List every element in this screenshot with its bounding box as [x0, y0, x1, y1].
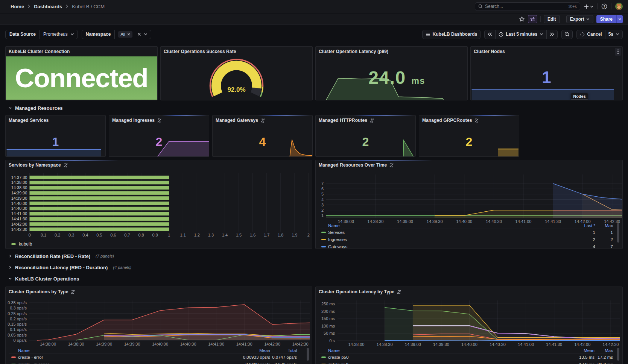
legend-swatch: [321, 239, 326, 240]
star-icon[interactable]: [519, 16, 525, 22]
search-icon: [478, 4, 483, 9]
legend-table: NameMeanTotalcreate - error0.00933 ops/s…: [9, 347, 297, 364]
svg-text:14:42:00: 14:42:00: [574, 342, 590, 347]
search-input[interactable]: Search... ⌘+k: [475, 2, 580, 11]
resources_over_time-chart[interactable]: 123456714:38:0014:38:3014:39:0014:39:301…: [316, 170, 622, 224]
svg-text:14:38:30: 14:38:30: [377, 342, 393, 347]
legend-header-name[interactable]: Name: [319, 223, 471, 228]
section-cluster-operations[interactable]: KubeLB Cluster Operations: [0, 274, 628, 284]
panel-services-by-namespace-header[interactable]: Services by Namespace: [6, 160, 312, 170]
section-panel-count: (7 panels): [96, 254, 114, 258]
section-title: Reconciliation Rate (RED - Rate): [15, 253, 90, 259]
legend-series-name[interactable]: create - error: [9, 355, 146, 359]
svg-text:0.15 ops/s: 0.15 ops/s: [8, 322, 27, 326]
clear-icon[interactable]: [137, 32, 141, 36]
panel-managed-services: Managed Services1: [5, 115, 106, 157]
share-dropdown-button[interactable]: [616, 15, 623, 23]
panel-managed-ingresses-header[interactable]: Managed Ingresses: [109, 115, 209, 125]
legend-header-col1[interactable]: Mean: [470, 348, 595, 353]
services-by-namespace-chart[interactable]: 14:37:3014:38:0014:38:3014:39:0014:39:30…: [6, 170, 312, 238]
toggle-view-button[interactable]: [528, 15, 537, 23]
add-button[interactable]: [584, 4, 593, 9]
time-range-label: Last 5 minutes: [506, 32, 537, 37]
legend-header-name[interactable]: Name: [319, 348, 470, 353]
legend-header-name[interactable]: Name: [9, 348, 146, 353]
svg-text:14:40:00: 14:40:00: [152, 342, 168, 346]
zoom-out-button[interactable]: [561, 30, 573, 39]
time-range-picker[interactable]: Last 5 minutes: [495, 30, 546, 39]
legend-row: create - success0.0469 ops/s0.373 ops/s: [9, 361, 297, 364]
datasource-picker[interactable]: Data Source Prometheus: [5, 30, 78, 39]
svg-text:1.9: 1.9: [292, 233, 297, 237]
legend-header-col2[interactable]: Total: [270, 348, 297, 353]
legend-series-name[interactable]: delete p50: [319, 362, 470, 364]
breadcrumb-dashboards[interactable]: Dashboards: [34, 4, 62, 9]
legend-label[interactable]: kubelb: [19, 241, 32, 247]
user-avatar[interactable]: [615, 3, 623, 10]
panel-cluster-connection-header[interactable]: KubeLB Cluster Connection: [6, 47, 157, 56]
panel-latency-p99-header[interactable]: Cluster Operation Latency (p99): [316, 47, 467, 56]
legend-series-name[interactable]: create - success: [9, 362, 146, 364]
panel-managed-services-header[interactable]: Managed Services: [6, 115, 105, 125]
legend-scrollbar[interactable]: [617, 223, 619, 243]
panel-cluster-nodes-header[interactable]: Cluster Nodes: [471, 47, 622, 56]
success-rate-gauge[interactable]: 92.0%: [161, 57, 312, 100]
panel-managed-gateways-header[interactable]: Managed Gateways: [213, 115, 312, 125]
latency_by_type-chart[interactable]: 0 s50 ms100 ms150 ms200 ms250 ms14:38:00…: [316, 297, 622, 349]
svg-text:7: 7: [321, 181, 324, 186]
divider: [611, 3, 611, 9]
svg-text:250 ms: 250 ms: [321, 302, 335, 306]
export-button[interactable]: Export: [566, 15, 593, 23]
divider: [563, 16, 563, 22]
svg-text:14:42:00: 14:42:00: [11, 222, 27, 226]
legend-scrollbar[interactable]: [617, 348, 619, 361]
section-reconciliation-rate[interactable]: Reconciliation Rate (RED - Rate)(7 panel…: [0, 251, 628, 261]
stat-value: 24.0: [368, 68, 406, 88]
ops_by_type-chart[interactable]: 0 ops/s0.05 ops/s0.1 ops/s0.15 ops/s0.2 …: [6, 297, 312, 349]
panel-loading-indicator: [258, 115, 310, 116]
panel-managed-httproutes-header[interactable]: Managed HTTPRoutes: [316, 115, 415, 125]
legend-series-name[interactable]: Ingresses: [319, 237, 471, 242]
legend-header-col1[interactable]: Mean: [146, 348, 270, 353]
cancel-refresh-button[interactable]: Cancel: [577, 30, 605, 39]
breadcrumb-home[interactable]: Home: [11, 4, 24, 9]
sync-slash-icon: [397, 290, 401, 294]
svg-text:1.6: 1.6: [250, 233, 255, 237]
section-managed-resources[interactable]: Managed Resources: [0, 103, 628, 113]
legend-scrollbar[interactable]: [307, 348, 309, 361]
svg-text:0.4: 0.4: [82, 233, 88, 237]
sync-slash-icon: [389, 163, 394, 168]
svg-text:5: 5: [321, 192, 324, 196]
legend-series-name[interactable]: Gateways: [319, 244, 471, 249]
panel-success-rate-header[interactable]: Cluster Operations Success Rate: [161, 47, 312, 56]
section-reconciliation-latency[interactable]: Reconciliation Latency (RED - Duration)(…: [0, 262, 628, 272]
time-shift-back-button[interactable]: [485, 30, 495, 39]
legend-value-2: 7: [595, 244, 613, 249]
legend-header-col1[interactable]: Last *: [471, 223, 595, 228]
svg-text:0.2 ops/s: 0.2 ops/s: [10, 317, 27, 321]
legend-name-text: Ingresses: [328, 237, 347, 242]
legend-header-col2[interactable]: Max: [595, 223, 613, 228]
kubelb-dashboards-button[interactable]: KubeLB Dashboards: [422, 30, 481, 39]
stat-value: 2: [109, 135, 209, 149]
legend-series-name[interactable]: create p50: [319, 355, 470, 359]
refresh-interval-picker[interactable]: 5s: [605, 30, 622, 39]
panel-cluster-connection: KubeLB Cluster ConnectionConnected: [5, 46, 158, 100]
panel-menu-button[interactable]: [615, 48, 621, 56]
panel-loading-indicator: [353, 115, 414, 116]
sync-slash-icon: [157, 118, 162, 123]
panel-resources-over-time-header[interactable]: Managed Resources Over Time: [316, 160, 622, 170]
namespace-picker[interactable]: Namespace All: [82, 30, 151, 39]
svg-text:14:41:30: 14:41:30: [11, 217, 27, 221]
help-icon[interactable]: ?: [601, 3, 607, 9]
edit-button[interactable]: Edit: [544, 15, 560, 23]
time-shift-forward-button[interactable]: [546, 30, 557, 39]
panel-ops-by-type-header[interactable]: Cluster Operations by Type: [6, 287, 312, 297]
panel-latency-by-type-header[interactable]: Cluster Operation Latency by Type: [316, 287, 622, 297]
legend-header-col2[interactable]: Max: [595, 348, 613, 353]
namespace-chip-all[interactable]: All: [118, 31, 132, 38]
share-button[interactable]: Share: [596, 15, 616, 23]
panel-managed-grpcroutes-header[interactable]: Managed GRPCRoutes: [419, 115, 519, 125]
legend-series-name[interactable]: Services: [319, 230, 471, 235]
panel-managed-httproutes: Managed HTTPRoutes2: [315, 115, 416, 157]
